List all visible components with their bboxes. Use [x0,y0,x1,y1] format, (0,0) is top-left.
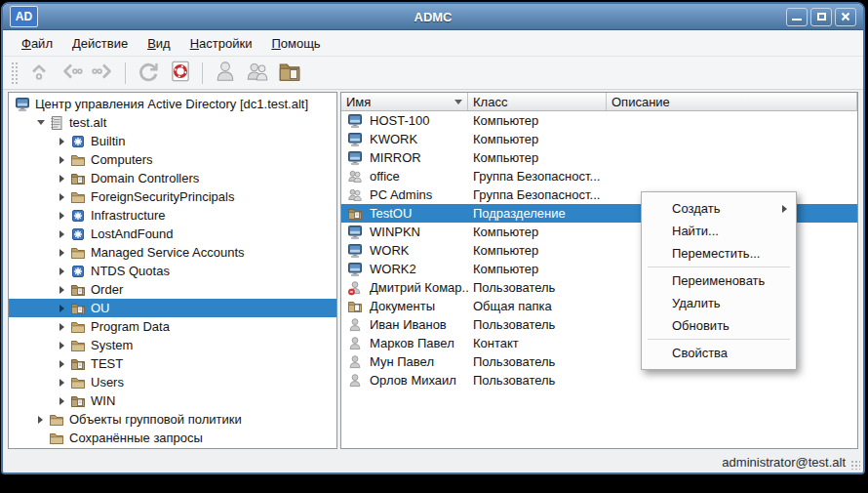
tree-item-ou[interactable]: OU [9,299,336,317]
context-menu-item-rename[interactable]: Переименовать [642,269,796,292]
tree-item-console-root[interactable]: Центр управления Active Directory [dc1.t… [9,95,336,113]
expander-closed-icon[interactable] [56,397,68,405]
computer-icon [347,262,363,277]
tree-item-foreign-security-principals[interactable]: ForeignSecurityPrincipals [9,187,336,206]
object-name: KWORK [370,132,417,146]
toolbar-drag-handle[interactable] [11,62,19,85]
minimize-button[interactable] [786,8,808,26]
menu-file[interactable]: Файл [15,33,59,54]
tree-item-label: Managed Service Accounts [91,245,245,260]
expander-closed-icon[interactable] [56,156,68,164]
tree-item-domain-controllers[interactable]: Domain Controllers [9,169,336,187]
tree-item-lost-and-found[interactable]: LostAndFound [9,225,336,243]
tree-item-label: Центр управления Active Directory [dc1.t… [35,97,308,111]
expander-closed-icon[interactable] [34,416,47,424]
table-row[interactable]: officeГруппа Безопасност... [341,167,857,185]
chevron-right-icon [59,267,64,275]
tree-item-program-data[interactable]: Program Data [9,317,336,336]
context-menu-item-refresh[interactable]: Обновить [642,314,796,337]
expander-closed-icon[interactable] [56,193,68,201]
expander-closed-icon[interactable] [56,249,68,257]
expander-closed-icon[interactable] [56,175,68,183]
tree-item-infrastructure[interactable]: Infrastructure [9,206,336,225]
expander-closed-icon[interactable] [56,323,68,331]
tree-item-order[interactable]: Order [9,280,336,299]
chevron-right-icon [59,138,64,145]
user-icon [347,373,363,389]
tree-item-users[interactable]: Users [9,373,336,391]
toolbar-button-create-ou[interactable] [274,60,304,87]
expander-closed-icon[interactable] [56,230,68,238]
expander-closed-icon[interactable] [56,267,68,275]
tree-item-saved-queries[interactable]: Сохранённые запросы [9,429,336,447]
chevron-right-icon [59,323,64,331]
context-menu-item-label: Найти... [672,224,719,238]
cell-class: Компьютер [468,243,607,258]
toolbar-button-refresh [133,60,163,87]
tree-item-system[interactable]: System [9,336,336,354]
cell-class: Компьютер [468,113,607,128]
close-icon [841,12,850,21]
expander-closed-icon[interactable] [56,305,68,312]
cell-name: Орлов Михаил [341,373,468,389]
table-row[interactable]: Орлов МихаилПользователь [341,371,857,390]
folder-icon [70,245,86,261]
titlebar[interactable]: AD ADMC [3,4,863,30]
status-user-label: administrator@test.alt [722,455,846,470]
tree-item-ntds-quotas[interactable]: NTDS Quotas [9,262,336,280]
object-name: Мун Павел [370,354,434,369]
back-icon [59,59,84,88]
tree-item-computers[interactable]: Computers [9,150,336,169]
expander-closed-icon[interactable] [56,360,68,368]
cell-name: WINPKN [341,225,468,240]
menu-label-rest: ействие [81,36,128,51]
menu-label-accel: Н [190,36,199,51]
menu-label-rest: ид [156,36,171,51]
table-row[interactable]: KWORKКомпьютер [341,130,857,148]
cell-name: Мун Павел [341,354,468,370]
menu-settings[interactable]: Настройки [183,33,259,54]
menu-help[interactable]: Помощь [264,33,327,54]
expander-closed-icon[interactable] [56,212,68,220]
column-header-description[interactable]: Описание [607,93,857,110]
tree-item-group-policy-objects[interactable]: Объекты групповой политики [9,410,336,429]
toolbar-button-filter[interactable] [165,60,195,87]
table-row[interactable]: HOST-100Компьютер [341,111,857,130]
chevron-right-icon [59,360,64,368]
context-menu-item-find[interactable]: Найти... [642,220,796,242]
expander-closed-icon[interactable] [56,379,68,387]
table-row[interactable]: MIRRORКомпьютер [341,148,857,167]
resize-grip[interactable] [850,460,860,470]
context-menu-item-move[interactable]: Переместить... [642,242,796,265]
menu-action[interactable]: Действие [65,33,135,54]
tree-item-win[interactable]: WIN [9,391,336,410]
maximize-button[interactable] [810,8,832,26]
column-header-name[interactable]: Имя [341,93,468,110]
tree-item-managed-service-accounts[interactable]: Managed Service Accounts [9,243,336,262]
expander-closed-icon[interactable] [56,286,68,294]
tree-item-builtin[interactable]: Builtin [9,132,336,150]
cell-class: Подразделение [468,206,607,221]
close-button[interactable] [835,8,856,26]
expander-closed-icon[interactable] [56,342,68,349]
toolbar-button-create-user[interactable] [210,60,240,87]
tree-item-label: Users [91,375,124,390]
expander-closed-icon[interactable] [56,138,68,145]
tree-item-label: NTDS Quotas [91,264,170,278]
column-header-class[interactable]: Класс [468,93,607,110]
menu-label-rest: омощь [281,36,321,51]
toolbar-button-create-group[interactable] [242,60,272,87]
menu-view[interactable]: Вид [140,33,178,54]
context-menu-item-properties[interactable]: Свойства [642,342,796,364]
tree-item-test[interactable]: TEST [9,354,336,373]
toolbar-separator [202,62,203,84]
context-menu-item-create[interactable]: Создать [642,197,796,220]
tree-item-domain[interactable]: test.alt [9,113,336,132]
toolbar-separator [125,62,126,84]
table-header: ИмяКлассОписание [341,93,857,111]
column-header-label: Описание [612,95,670,109]
folder-icon [70,152,86,168]
context-menu-item-delete[interactable]: Удалить [642,292,796,314]
expander-open-icon[interactable] [34,120,47,125]
cell-name: office [341,169,468,185]
